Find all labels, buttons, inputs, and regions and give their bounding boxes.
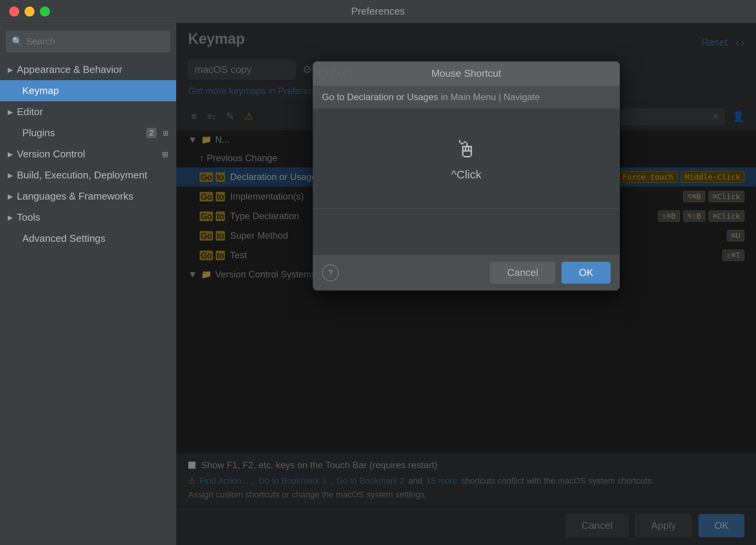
sidebar-item-keymap[interactable]: Keymap <box>0 80 176 101</box>
click-label: ^Click <box>451 168 481 181</box>
close-button[interactable] <box>9 7 19 17</box>
content-area: Keymap Reset ‹ › macOS copy ⚙ Based on m… <box>177 23 756 545</box>
modal-cancel-button[interactable]: Cancel <box>490 262 555 284</box>
plugin-icon: ⊞ <box>163 129 168 137</box>
modal-click-area[interactable]: 🖱 ^Click <box>313 109 620 209</box>
window-title: Preferences <box>351 5 405 17</box>
sidebar-item-build-execution[interactable]: ▶ Build, Execution, Deployment <box>0 165 176 186</box>
search-icon: 🔍 <box>12 36 22 46</box>
sidebar-item-label: Version Control <box>17 148 85 160</box>
title-bar: Preferences <box>0 0 756 23</box>
modal-options-area <box>313 209 620 255</box>
chevron-right-icon: ▶ <box>8 66 13 74</box>
sidebar-item-label: Keymap <box>22 85 59 97</box>
chevron-right-icon: ▶ <box>8 108 13 116</box>
sidebar-item-label: Languages & Frameworks <box>17 190 133 202</box>
modal-action-name: Go to Declaration or Usages <box>322 92 438 102</box>
sidebar-item-languages[interactable]: ▶ Languages & Frameworks <box>0 186 176 207</box>
plugins-badge: 2 <box>146 128 157 138</box>
sidebar: 🔍 ▶ Appearance & Behavior Keymap ▶ Edito… <box>0 23 177 545</box>
sidebar-item-editor[interactable]: ▶ Editor <box>0 101 176 122</box>
sidebar-item-label: Tools <box>17 211 40 223</box>
help-button[interactable]: ? <box>322 264 339 281</box>
sidebar-item-label: Appearance & Behavior <box>17 64 122 76</box>
mouse-shortcut-modal: Mouse Shortcut Go to Declaration or Usag… <box>313 61 620 291</box>
sidebar-item-appearance[interactable]: ▶ Appearance & Behavior <box>0 59 176 80</box>
modal-action-path: in Main Menu | Navigate <box>441 92 540 102</box>
chevron-right-icon: ▶ <box>8 192 13 201</box>
sidebar-item-plugins[interactable]: Plugins 2 ⊞ <box>0 122 176 144</box>
sidebar-item-version-control[interactable]: ▶ Version Control ⊞ <box>0 144 176 165</box>
modal-close-btn[interactable] <box>319 69 327 78</box>
modal-overlay: Mouse Shortcut Go to Declaration or Usag… <box>177 23 756 545</box>
sidebar-search-box[interactable]: 🔍 <box>6 31 170 52</box>
main-layout: 🔍 ▶ Appearance & Behavior Keymap ▶ Edito… <box>0 23 756 545</box>
modal-maximize-btn[interactable] <box>343 69 352 78</box>
chevron-right-icon: ▶ <box>8 213 13 222</box>
minimize-button[interactable] <box>25 7 35 17</box>
mouse-icon: 🖱 <box>455 136 478 163</box>
modal-footer: ? Cancel OK <box>313 255 620 291</box>
modal-ok-button[interactable]: OK <box>561 262 611 284</box>
sidebar-item-label: Editor <box>17 106 43 118</box>
chevron-right-icon: ▶ <box>8 171 13 180</box>
window-controls <box>9 7 50 17</box>
modal-title: Mouse Shortcut <box>431 68 501 79</box>
sidebar-item-label: Plugins <box>22 127 55 139</box>
modal-titlebar: Mouse Shortcut <box>313 61 620 86</box>
sidebar-item-tools[interactable]: ▶ Tools <box>0 207 176 228</box>
modal-window-controls <box>319 69 352 78</box>
maximize-button[interactable] <box>40 7 50 17</box>
sidebar-search-input[interactable] <box>26 36 164 47</box>
chevron-right-icon: ▶ <box>8 150 13 159</box>
modal-subtitle: Go to Declaration or Usages in Main Menu… <box>313 86 620 109</box>
sidebar-item-label: Advanced Settings <box>22 233 106 244</box>
modal-minimize-btn[interactable] <box>331 69 340 78</box>
vc-icon: ⊞ <box>162 150 168 159</box>
sidebar-item-advanced[interactable]: Advanced Settings <box>0 228 176 249</box>
sidebar-item-label: Build, Execution, Deployment <box>17 169 147 181</box>
